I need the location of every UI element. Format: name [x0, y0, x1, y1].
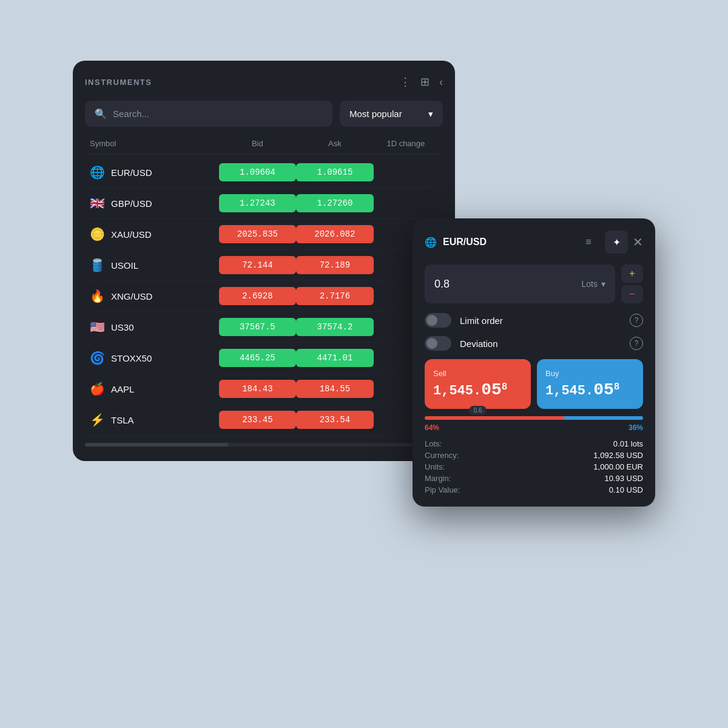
lot-row: 0.8 Lots ▾ + − [425, 265, 643, 303]
ask-price: 2.7176 [296, 287, 374, 305]
panel-title: INSTRUMENTS [85, 78, 152, 87]
instrument-symbol: 🌐 EUR/USD [90, 165, 219, 180]
instrument-name: XNG/USD [111, 291, 152, 302]
slider-container [425, 416, 643, 420]
instrument-name: GBP/USD [111, 198, 152, 209]
grid-icon[interactable]: ⊞ [420, 75, 430, 89]
minus-button[interactable]: − [621, 285, 643, 303]
instrument-row[interactable]: 🇺🇸 US30 37567.5 37574.2 [85, 312, 443, 343]
plus-minus-col: + − [621, 265, 643, 303]
trading-header: 🌐 EUR/USD ≡ ✦ ✕ [425, 231, 643, 254]
info-value: 1,092.58 USD [593, 451, 643, 460]
instrument-flag-icon: ⚡ [90, 413, 105, 427]
bid-price: 2025.835 [219, 225, 297, 243]
info-label: Currency: [425, 451, 459, 460]
lot-unit-label: Lots [582, 279, 598, 289]
filter-settings-button[interactable]: ≡ [577, 231, 600, 254]
deviation-toggle[interactable] [425, 336, 451, 351]
instrument-row[interactable]: 🇬🇧 GBP/USD 1.27243 1.27260 [85, 188, 443, 219]
info-label: Units: [425, 462, 445, 471]
limit-order-toggle[interactable] [425, 313, 451, 328]
toggle-knob [426, 315, 437, 326]
instrument-flag-icon: 🍎 [90, 382, 105, 396]
sell-price-big: 05 [481, 380, 502, 399]
trading-header-icons: ≡ ✦ ✕ [577, 231, 643, 254]
search-filter-row: 🔍 Search... Most popular ▾ [85, 101, 443, 127]
lot-unit-dropdown[interactable]: Lots ▾ [582, 279, 605, 289]
ask-price: 4471.01 [296, 349, 374, 367]
collapse-icon[interactable]: ‹ [439, 76, 443, 89]
sell-label: Sell [433, 369, 522, 378]
instrument-symbol: 🛢️ USOIL [90, 258, 219, 272]
instrument-name: USOIL [111, 260, 138, 271]
deviation-label: Deviation [460, 339, 621, 349]
info-row: Margin: 10.93 USD [425, 474, 643, 483]
panel-header: INSTRUMENTS ⋮ ⊞ ‹ [85, 75, 443, 89]
dropdown-chevron-icon: ▾ [428, 109, 433, 120]
buy-price: 1,545.058 [545, 380, 635, 399]
bid-price: 233.45 [219, 411, 297, 429]
instrument-row[interactable]: 🛢️ USOIL 72.144 72.189 [85, 250, 443, 281]
instrument-name: EUR/USD [111, 167, 152, 178]
instrument-row[interactable]: 🪙 XAU/USD 2025.835 2026.082 [85, 219, 443, 250]
instrument-flag-icon: 🇺🇸 [90, 320, 105, 334]
deviation-help-icon[interactable]: ? [630, 337, 643, 350]
bid-price: 1.09604 [219, 163, 297, 181]
filter-dropdown[interactable]: Most popular ▾ [340, 101, 443, 127]
sell-button[interactable]: Sell 1,545.058 0.6 [425, 359, 531, 409]
instruments-panel: INSTRUMENTS ⋮ ⊞ ‹ 🔍 Search... Most popul… [73, 61, 455, 461]
more-icon[interactable]: ⋮ [400, 75, 411, 89]
instrument-name: US30 [111, 322, 134, 332]
sell-price-main: 1,545. [433, 383, 481, 399]
instrument-symbol: 🪙 XAU/USD [90, 227, 219, 241]
instrument-flag-icon: 🌐 [90, 165, 105, 180]
plus-button[interactable]: + [621, 265, 643, 283]
search-icon: 🔍 [95, 108, 107, 120]
info-value: 10.93 USD [604, 474, 643, 483]
info-value: 0.10 USD [609, 485, 643, 494]
instrument-symbol: 🌀 STOXX50 [90, 351, 219, 365]
instrument-row[interactable]: 🔥 XNG/USD 2.6928 2.7176 [85, 281, 443, 312]
trading-symbol: 🌐 EUR/USD [425, 237, 487, 248]
close-button[interactable]: ✕ [633, 235, 643, 249]
bid-price: 4465.25 [219, 349, 297, 367]
slider-pct-row: 64% 36% [425, 423, 643, 432]
spark-button[interactable]: ✦ [605, 231, 628, 254]
scrollbar-area[interactable] [85, 443, 443, 447]
instrument-row[interactable]: 🌐 EUR/USD 1.09604 1.09615 [85, 157, 443, 188]
ask-price: 1.27260 [296, 194, 374, 212]
bid-price: 72.144 [219, 256, 297, 274]
bid-price: 1.27243 [219, 194, 297, 212]
col-ask: Ask [296, 139, 374, 148]
deviation-toggle-knob [426, 338, 437, 349]
sell-price-sup: 8 [502, 382, 508, 393]
info-label: Margin: [425, 474, 451, 483]
limit-order-help-icon[interactable]: ? [630, 314, 643, 327]
buy-button[interactable]: Buy 1,545.058 [537, 359, 643, 409]
trading-flag-icon: 🌐 [425, 237, 437, 248]
search-placeholder: Search... [113, 109, 149, 119]
instrument-flag-icon: 🇬🇧 [90, 196, 105, 211]
instrument-row[interactable]: 🌀 STOXX50 4465.25 4471.01 [85, 343, 443, 374]
instrument-flag-icon: 🌀 [90, 351, 105, 365]
lot-input-area[interactable]: 0.8 Lots ▾ [425, 265, 615, 303]
slider-track[interactable] [425, 416, 643, 420]
instrument-row[interactable]: ⚡ TSLA 233.45 233.54 [85, 405, 443, 436]
col-bid: Bid [219, 139, 297, 148]
ask-price: 184.55 [296, 380, 374, 398]
buy-label: Buy [545, 369, 635, 378]
info-row: Pip Value: 0.10 USD [425, 485, 643, 494]
info-label: Pip Value: [425, 485, 460, 494]
bid-price: 184.43 [219, 380, 297, 398]
instrument-name: STOXX50 [111, 353, 152, 363]
ask-price: 37574.2 [296, 318, 374, 336]
buy-sell-row: Sell 1,545.058 0.6 Buy 1,545.058 [425, 359, 643, 409]
search-box[interactable]: 🔍 Search... [85, 101, 332, 127]
info-value: 1,000.00 EUR [593, 462, 643, 471]
buy-price-sup: 8 [614, 382, 620, 393]
info-label: Lots: [425, 439, 442, 448]
table-header: Symbol Bid Ask 1D change [85, 139, 443, 155]
bid-price: 37567.5 [219, 318, 297, 336]
instrument-row[interactable]: 🍎 AAPL 184.43 184.55 [85, 374, 443, 405]
instrument-symbol: 🇬🇧 GBP/USD [90, 196, 219, 211]
